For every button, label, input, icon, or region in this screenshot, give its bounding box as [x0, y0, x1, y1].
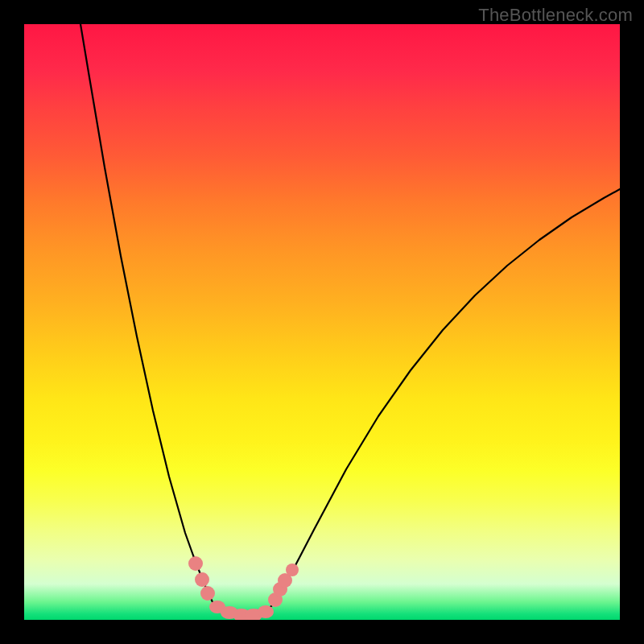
curve-markers — [188, 556, 299, 620]
marker-point — [188, 556, 203, 571]
marker-point — [258, 605, 274, 618]
watermark-text: TheBottleneck.com — [478, 5, 633, 26]
curve-right-branch — [250, 189, 620, 616]
curve-lines — [80, 24, 620, 616]
curve-svg — [24, 24, 620, 620]
chart-frame: TheBottleneck.com — [0, 0, 644, 644]
plot-area — [24, 24, 620, 620]
marker-point — [286, 564, 299, 576]
curve-left-branch — [80, 24, 250, 616]
marker-point — [200, 586, 215, 601]
marker-point — [195, 572, 209, 587]
